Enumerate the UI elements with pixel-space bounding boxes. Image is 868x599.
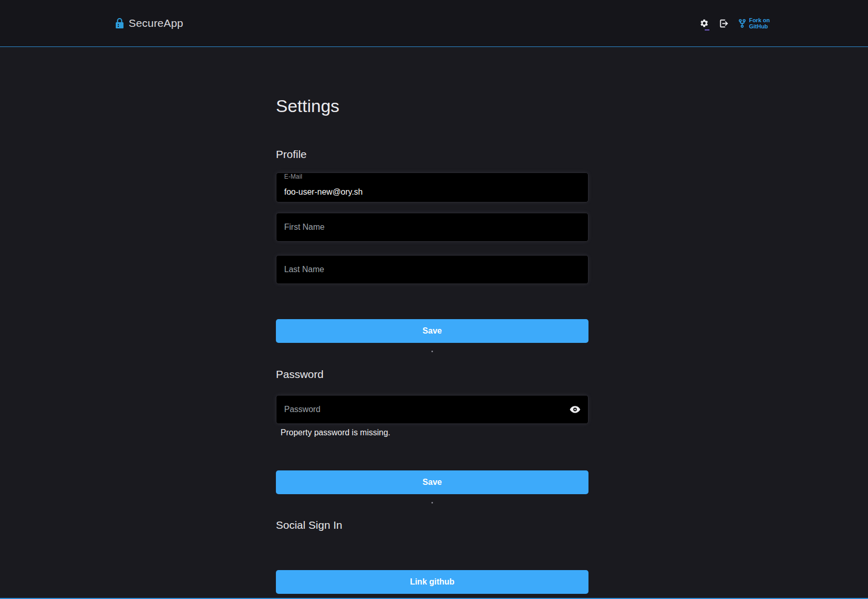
page-title: Settings (276, 96, 588, 117)
email-label: E-Mail (284, 173, 580, 180)
app-title: SecureApp (129, 17, 183, 29)
profile-form-dot (431, 351, 433, 352)
fork-on-github-link[interactable]: Fork on GitHub (738, 17, 770, 30)
logout-icon (719, 19, 729, 28)
password-field[interactable] (276, 395, 588, 424)
profile-section-heading: Profile (276, 148, 588, 161)
first-name-field[interactable] (276, 213, 588, 242)
email-input[interactable] (284, 182, 580, 202)
settings-gear-button[interactable] (700, 19, 709, 28)
git-fork-icon (738, 19, 746, 28)
password-save-button[interactable]: Save (276, 470, 588, 494)
password-input[interactable] (284, 405, 565, 414)
first-name-input[interactable] (284, 223, 580, 232)
eye-icon (570, 406, 580, 413)
fork-link-label: Fork on GitHub (749, 17, 770, 30)
link-github-button[interactable]: Link github (276, 570, 588, 594)
password-error-message: Property password is missing. (276, 427, 588, 438)
toggle-password-visibility-button[interactable] (565, 406, 580, 413)
social-section-heading: Social Sign In (276, 518, 588, 532)
gear-active-underline (705, 29, 709, 30)
password-section-heading: Password (276, 368, 588, 381)
settings-page: Settings Profile E-Mail Save Password Pr… (276, 96, 588, 594)
header-actions: Fork on GitHub (700, 17, 770, 30)
last-name-input[interactable] (284, 265, 580, 274)
app-header: SecureApp (0, 0, 868, 47)
gear-icon (700, 19, 709, 28)
email-field[interactable]: E-Mail (276, 172, 588, 202)
profile-save-button[interactable]: Save (276, 319, 588, 343)
logout-button[interactable] (719, 19, 729, 28)
lock-icon (115, 18, 124, 29)
password-form-dot (431, 502, 433, 503)
app-logo[interactable]: SecureApp (115, 17, 183, 29)
last-name-field[interactable] (276, 255, 588, 284)
